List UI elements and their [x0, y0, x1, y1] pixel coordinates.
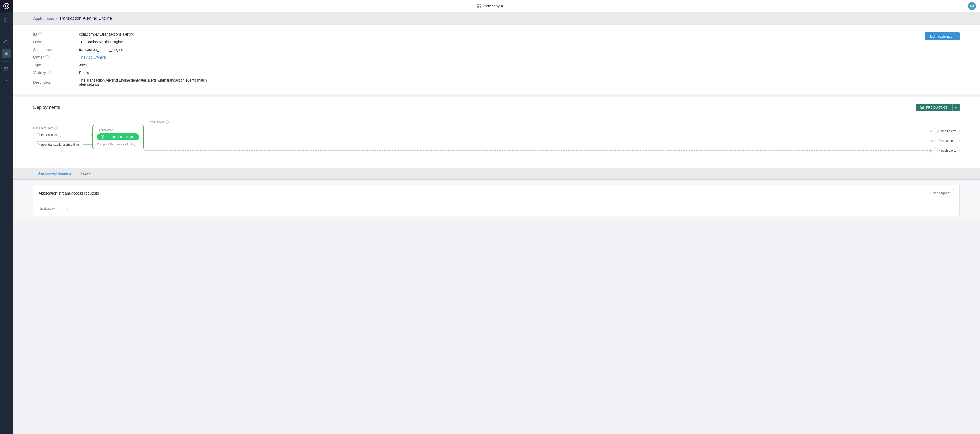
tab-unapproved-requests[interactable]: Unapproved requests — [33, 168, 76, 179]
svg-point-20 — [923, 108, 924, 108]
visibility-info-icon[interactable]: i — [48, 71, 51, 74]
type-value: Java — [79, 63, 212, 67]
visibility-label: Visibility i — [33, 70, 74, 75]
svg-point-15 — [6, 80, 6, 81]
grid-icon — [477, 3, 481, 9]
application-box-header: Application — [97, 129, 139, 131]
deployment-diagram: Consumes from i transactions — [33, 118, 959, 161]
owner-link[interactable]: The App Owners — [79, 55, 106, 59]
arrow-5 — [931, 149, 932, 152]
requests-header: Application stream access requests + Add… — [33, 185, 959, 201]
center-application-box: Application transaction_alertin... Princ… — [92, 125, 144, 149]
consumes-nodes: transactions user-transactionalertsettin… — [33, 132, 92, 148]
owner-info-icon[interactable]: i — [45, 56, 49, 59]
app-node-icon — [101, 135, 104, 139]
breadcrumb-applications[interactable]: Applications — [33, 16, 54, 21]
requests-section: Application stream access requests + Add… — [13, 180, 980, 221]
owner-value: The App Owners — [79, 55, 212, 59]
production-button[interactable]: PRODUCTION — [916, 104, 952, 112]
name-label: Name — [33, 40, 74, 44]
produces-to-area: Produces to i email-alerts — [144, 120, 959, 154]
consumes-node-settings: user-transactionalertsettings — [33, 141, 92, 148]
owner-label: Owner i — [33, 55, 74, 59]
consumes-from-col: Consumes from i transactions — [33, 126, 92, 148]
company-name: Company X — [484, 4, 503, 8]
svg-rect-5 — [479, 6, 481, 8]
produces-info-icon[interactable]: i — [165, 120, 169, 124]
svg-point-16 — [6, 81, 6, 82]
arrow-2 — [91, 144, 92, 146]
company-name-area: Company X — [477, 3, 503, 9]
sidebar-item-more[interactable] — [2, 76, 11, 85]
principal-text: Principal: CN=TransactionAlerting... — [97, 142, 139, 146]
sidebar — [0, 12, 13, 434]
svg-point-1 — [5, 5, 8, 7]
consumes-info-icon[interactable]: i — [54, 126, 58, 129]
arrow-1 — [91, 134, 92, 136]
node-dot — [37, 143, 40, 146]
produces-to-label: Produces to i — [144, 120, 959, 124]
svg-point-23 — [102, 136, 103, 137]
add-request-button[interactable]: + Add request — [926, 189, 954, 197]
sidebar-item-grid[interactable] — [2, 65, 11, 74]
tab-history[interactable]: History — [76, 168, 95, 179]
edit-application-button[interactable]: Edit application — [925, 32, 959, 40]
main-content: Applications › Transaction Alerting Engi… — [13, 12, 980, 434]
svg-rect-10 — [5, 67, 6, 69]
id-label: ID i — [33, 32, 74, 36]
produces-node-sms: sms-alerts — [144, 137, 959, 144]
svg-point-0 — [3, 3, 9, 9]
visibility-value: Public — [79, 70, 212, 75]
breadcrumb-current: Transaction Alerting Engine — [59, 16, 112, 21]
app-logo — [0, 0, 13, 12]
id-info-icon[interactable]: i — [38, 32, 42, 36]
arrow-4 — [931, 140, 933, 142]
svg-point-8 — [6, 42, 7, 43]
svg-rect-12 — [5, 70, 6, 71]
produces-node-push: push-alerts — [144, 147, 959, 154]
dashed-line-3 — [144, 131, 930, 131]
svg-point-19 — [923, 106, 924, 107]
node-dot — [937, 149, 940, 152]
short-name-value: transaction_alerting_engine — [79, 48, 212, 52]
deployments-header: Deployments PRODUCTION ▾ — [33, 104, 959, 112]
field-grid: ID i com.company.transactions.alerting N… — [33, 32, 212, 86]
produces-node-email: email-alerts — [144, 128, 959, 134]
application-node: transaction_alertin... — [97, 133, 139, 140]
description-value: The Transaction Alerting Engine generate… — [79, 78, 212, 86]
svg-rect-2 — [477, 3, 479, 5]
svg-point-14 — [6, 79, 6, 80]
no-data-message: No data was found — [33, 201, 959, 216]
deployments-title: Deployments — [33, 105, 60, 110]
sidebar-item-home[interactable] — [2, 15, 11, 24]
svg-rect-21 — [97, 129, 99, 131]
tabs-bar: Unapproved requests History — [13, 168, 980, 180]
svg-rect-3 — [479, 3, 481, 5]
dashed-line-2 — [83, 144, 91, 145]
sidebar-item-star[interactable] — [2, 49, 11, 58]
arrow-3 — [930, 130, 931, 132]
description-label: Description — [33, 78, 74, 86]
svg-rect-4 — [477, 6, 479, 8]
id-value: com.company.transactions.alerting — [79, 32, 212, 36]
svg-point-7 — [5, 41, 8, 45]
svg-rect-13 — [7, 70, 8, 71]
avatar[interactable]: AO — [968, 2, 976, 10]
breadcrumb: Applications › Transaction Alerting Engi… — [13, 12, 980, 24]
breadcrumb-separator: › — [56, 17, 57, 21]
application-detail-card: Edit application ID i com.company.transa… — [13, 24, 980, 94]
dashed-line-4 — [144, 140, 931, 141]
server-icon — [921, 106, 924, 109]
node-dot — [938, 139, 941, 142]
consumes-from-label: Consumes from i — [33, 126, 92, 129]
app-header-icon — [97, 129, 100, 131]
sidebar-item-move[interactable] — [2, 27, 11, 36]
deployments-section: Deployments PRODUCTION ▾ Consumes from i — [13, 97, 980, 168]
consumes-node-transactions: transactions — [33, 132, 92, 138]
name-value: Transaction Alerting Engine — [79, 40, 212, 44]
node-dot — [37, 133, 40, 137]
node-dot — [936, 129, 939, 132]
sidebar-item-target[interactable] — [2, 38, 11, 47]
env-dropdown-button[interactable]: ▾ — [952, 104, 959, 112]
svg-rect-11 — [7, 67, 8, 69]
